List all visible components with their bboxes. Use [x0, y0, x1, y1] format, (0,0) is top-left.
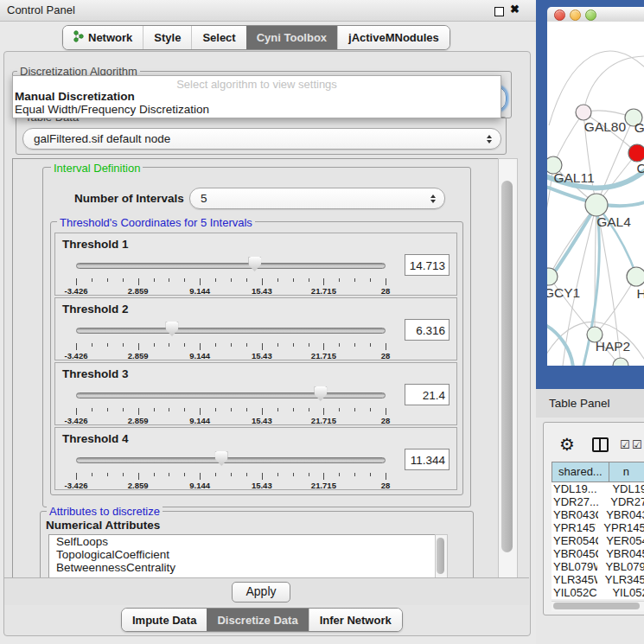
- split-columns-icon[interactable]: [592, 437, 609, 452]
- cell-name: YER054C: [598, 534, 644, 547]
- tick-mark: [138, 343, 139, 350]
- tick-mark: [246, 278, 247, 282]
- table-rows[interactable]: YDL19...YDL19...YDR27...YDR27...YBR043CY…: [552, 482, 644, 599]
- threshold-value-box[interactable]: 14.713: [405, 254, 450, 276]
- tick-mark: [92, 343, 92, 347]
- attribute-list-item[interactable]: SelfLoops: [49, 535, 447, 548]
- tab-infer-network[interactable]: Infer Network: [309, 609, 402, 631]
- tab-network[interactable]: Network: [63, 26, 143, 49]
- table-row[interactable]: YER054CYER054C: [552, 534, 644, 547]
- slider-track[interactable]: [76, 457, 386, 463]
- combo-arrows-icon: [487, 135, 492, 143]
- tick-mark: [184, 343, 185, 347]
- slider-thumb-icon[interactable]: [215, 451, 228, 466]
- cell-shared-name: YDR27...: [552, 495, 603, 508]
- network-edge[interactable]: [595, 277, 636, 335]
- tick-label: 21.715: [311, 416, 336, 425]
- close-icon[interactable]: ✖: [510, 3, 520, 16]
- network-edge[interactable]: [583, 56, 644, 112]
- algorithm-dropdown-popup: Select algorithm to view settings Manual…: [12, 75, 501, 118]
- float-window-icon[interactable]: [494, 7, 504, 16]
- tick-mark: [246, 473, 247, 476]
- tick-mark: [231, 473, 232, 476]
- tab-impute-data[interactable]: Impute Data: [122, 609, 207, 631]
- threshold-slider[interactable]: -3.4262.8599.14415.4321.71528: [76, 322, 386, 360]
- tick-mark: [154, 278, 155, 282]
- table-row[interactable]: YDR27...YDR27...: [552, 495, 644, 508]
- table-row[interactable]: YDL19...YDL19...: [552, 482, 644, 495]
- attributes-list-scrollbar[interactable]: [435, 534, 448, 579]
- table-row[interactable]: YBR043CYBR043C: [552, 508, 644, 521]
- tab-jactivemnodules[interactable]: jActiveMNodules: [337, 26, 450, 49]
- network-node-label: GAL80: [584, 119, 627, 134]
- attribute-list-item[interactable]: TopologicalCoefficient: [49, 548, 447, 561]
- network-node[interactable]: [585, 194, 608, 216]
- tick-mark: [107, 278, 108, 282]
- popup-item-manual-discretization[interactable]: Manual Discretization: [15, 90, 135, 103]
- threshold-value-box[interactable]: 11.344: [405, 449, 450, 470]
- slider-thumb-icon[interactable]: [165, 322, 178, 336]
- minimize-button[interactable]: [570, 10, 581, 21]
- network-node[interactable]: [627, 267, 644, 286]
- network-canvas[interactable]: GAL80GACGAL11GAL4GCY1HHAP2: [547, 22, 644, 366]
- network-node[interactable]: [576, 105, 591, 120]
- threshold-slider[interactable]: -3.4262.8599.14415.4321.71528: [76, 258, 386, 296]
- tab-select[interactable]: Select: [191, 26, 245, 49]
- cell-shared-name: YBL079W: [552, 560, 597, 573]
- tick-label: 9.144: [189, 481, 210, 490]
- network-node[interactable]: [613, 358, 628, 366]
- table-row[interactable]: YBR045CYBR045C: [552, 547, 644, 560]
- panel-vertical-scrollbar[interactable]: [498, 158, 518, 579]
- slider-thumb-icon[interactable]: [248, 257, 261, 271]
- tick-mark: [339, 408, 340, 411]
- table-horizontal-scrollbar[interactable]: [552, 601, 644, 611]
- tick-mark: [92, 473, 92, 476]
- number-of-intervals-combobox[interactable]: 5: [189, 188, 445, 209]
- tab-style[interactable]: Style: [143, 26, 191, 49]
- threshold-slider[interactable]: -3.4262.8599.14415.4321.71528: [76, 452, 386, 490]
- network-window-titlebar[interactable]: [547, 7, 644, 22]
- checkbox-icon[interactable]: ☑: [632, 438, 642, 451]
- tab-cyni-toolbox[interactable]: Cyni Toolbox: [246, 26, 337, 49]
- slider-tick-labels: -3.4262.8599.14415.4321.71528: [76, 351, 386, 361]
- slider-tick-labels: -3.4262.8599.14415.4321.71528: [76, 481, 386, 491]
- numerical-attributes-label: Numerical Attributes: [46, 519, 160, 532]
- tick-mark: [323, 473, 324, 480]
- threshold-value-box[interactable]: 6.316: [405, 319, 450, 341]
- numerical-attributes-list[interactable]: SelfLoopsTopologicalCoefficientBetweenne…: [48, 534, 448, 579]
- tab-discretize-data[interactable]: Discretize Data: [207, 609, 308, 631]
- slider-track[interactable]: [76, 392, 386, 399]
- checkbox-icon[interactable]: ☑: [620, 438, 630, 451]
- table-row[interactable]: YLR345WYLR345W: [552, 573, 644, 586]
- close-button[interactable]: [554, 10, 565, 21]
- table-row[interactable]: YPR145WYPR145W: [552, 521, 644, 534]
- slider-thumb-icon[interactable]: [314, 386, 327, 401]
- network-thick-edge[interactable]: [547, 324, 573, 366]
- popup-item-equal-width-frequency[interactable]: Equal Width/Frequency Discretization: [15, 103, 209, 116]
- column-header-shared-name[interactable]: shared...: [552, 462, 609, 482]
- tick-label: 9.144: [189, 351, 210, 360]
- tick-label: 28: [381, 286, 391, 296]
- slider-track[interactable]: [76, 263, 386, 269]
- table-row[interactable]: YIL052CYIL052C: [552, 586, 644, 599]
- tick-mark: [154, 408, 155, 411]
- threshold-slider[interactable]: -3.4262.8599.14415.4321.71528: [76, 387, 386, 425]
- slider-track[interactable]: [76, 328, 386, 334]
- table-hscroll-thumb[interactable]: [553, 603, 640, 609]
- table-row[interactable]: YBL079WYBL079W: [552, 560, 644, 573]
- tick-mark: [184, 408, 185, 411]
- gear-icon[interactable]: ⚙: [559, 434, 575, 455]
- panel-scrollbar-thumb[interactable]: [501, 181, 513, 552]
- attribute-list-item[interactable]: BetweennessCentrality: [49, 561, 447, 574]
- apply-button[interactable]: Apply: [232, 582, 290, 603]
- table-data-combobox[interactable]: galFiltered.sif default node: [22, 128, 501, 150]
- tick-mark: [231, 278, 232, 282]
- zoom-button[interactable]: [585, 10, 596, 21]
- cell-shared-name: YBR043C: [552, 508, 598, 521]
- column-header-name[interactable]: n: [609, 462, 644, 482]
- network-node[interactable]: [628, 144, 644, 162]
- tick-mark: [262, 278, 263, 285]
- threshold-value-box[interactable]: 21.4: [405, 384, 450, 405]
- tick-mark: [123, 278, 124, 282]
- network-node-label: GA: [634, 120, 644, 135]
